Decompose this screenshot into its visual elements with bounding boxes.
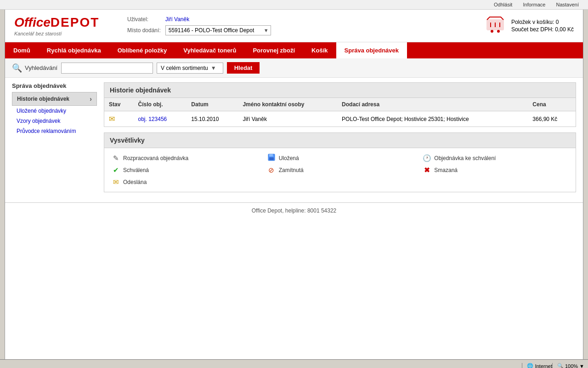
search-bar: 🔍 Vyhledávání V celém sortimentu ▼ Hleda…: [5, 58, 583, 78]
cart-sum-row: Součet bez DPH: 0,00 Kč: [511, 26, 574, 33]
legend-denied-label: Zamítnutá: [279, 167, 304, 173]
orders-section-header: Historie objednávek: [104, 83, 576, 98]
browser-content: OfficeDEPOT Kancelář bez starostí Uživat…: [5, 10, 583, 359]
search-button[interactable]: Hledat: [227, 62, 260, 74]
legend-grid: ✎ Rozpracovaná objednávka: [111, 154, 569, 186]
main-layout: Správa objednávek Historie objednávek › …: [5, 78, 583, 202]
nav-quick-order[interactable]: Rychlá objednávka: [39, 42, 109, 58]
footer-text: Office Depot, helpline: 8001 54322: [252, 207, 337, 214]
delivery-select[interactable]: 5591146 - POLO-Test Office Depot: [165, 25, 271, 35]
legend-item-sent: ✉ Odeslána: [111, 178, 258, 186]
info-link[interactable]: Informace: [523, 2, 545, 7]
cart-items-label: Položek v košíku:: [511, 19, 554, 25]
col-order-num: Číslo obj.: [134, 98, 187, 111]
nav-favorites[interactable]: Oblíbené položky: [109, 42, 175, 58]
browser-statusbar: 🌐 Internet 🔍 100% ▼: [0, 359, 588, 368]
zoom-arrow-icon: ▼: [579, 363, 584, 368]
table-row: ✉ obj. 123456 15.10.2010 Jiří Vaněk POLO…: [104, 111, 576, 127]
header: OfficeDEPOT Kancelář bez starostí Uživat…: [5, 10, 583, 42]
sidebar-title: Správa objednávek: [12, 82, 97, 89]
orders-table: Stav Číslo obj. Datum Jméno kontaktní os…: [104, 98, 576, 126]
user-info: Uživatel: Jiří Vaněk Místo dodání: 55911…: [124, 14, 274, 37]
col-contact: Jméno kontaktní osoby: [238, 98, 337, 111]
legend-deny-icon: ⊘: [267, 166, 276, 174]
sidebar-item-order-templates[interactable]: Vzory objednávek: [12, 116, 97, 126]
top-bar: Odhlásit Informace Nastavení: [0, 0, 588, 10]
logout-link[interactable]: Odhlásit: [494, 2, 512, 7]
legend-edit-icon: ✎: [111, 154, 120, 162]
search-scope[interactable]: V celém sortimentu ▼: [157, 63, 223, 74]
legend-clock-icon: 🕐: [422, 154, 431, 162]
col-price: Cena: [528, 98, 576, 111]
legend-deleted-label: Smazaná: [434, 167, 458, 173]
legend-item-draft: ✎ Rozpracovaná objednávka: [111, 154, 258, 162]
nav-home[interactable]: Domů: [5, 42, 39, 58]
legend-delete-icon: ✖: [422, 166, 431, 174]
zone-label: Internet: [535, 363, 552, 368]
legend-saved-label: Uložená: [279, 155, 299, 161]
footer: Office Depot, helpline: 8001 54322: [5, 202, 583, 218]
row-order-number: obj. 123456: [134, 111, 187, 127]
row-price: 366,90 Kč: [528, 111, 576, 127]
legend-approved-label: Schválená: [123, 167, 149, 173]
user-value: Jiří Vaněk: [164, 15, 273, 23]
search-scope-label: V celém sortimentu: [161, 65, 208, 71]
sidebar-item-order-history[interactable]: Historie objednávek ›: [12, 92, 97, 106]
user-label: Uživatel:: [125, 15, 163, 23]
nav-compare[interactable]: Porovnej zboží: [244, 42, 303, 58]
row-status-icon: ✉: [104, 111, 134, 127]
cart-details: Položek v košíku: 0 Součet bez DPH: 0,00…: [511, 18, 574, 34]
legend-item-deleted: ✖ Smazaná: [422, 166, 569, 174]
legend-content: ✎ Rozpracovaná objednávka: [104, 148, 576, 192]
cart-sum-label: Součet bez DPH:: [511, 26, 554, 33]
nav-order-management[interactable]: Správa objednávek: [336, 42, 407, 58]
legend-approval-label: Objednávka ke schválení: [434, 155, 496, 161]
globe-icon: 🌐: [527, 363, 533, 368]
order-number-link[interactable]: obj. 123456: [138, 116, 167, 122]
logo-office: Office: [14, 15, 51, 29]
legend-item-approval: 🕐 Objednávka ke schválení: [422, 154, 569, 162]
nav-bar: Domů Rychlá objednávka Oblíbené položky …: [5, 42, 583, 58]
sidebar-item-complaints[interactable]: Průvodce reklamováním: [12, 126, 97, 136]
legend-save-icon: [267, 154, 276, 162]
sidebar-item-saved-orders[interactable]: Uložené objednávky: [12, 106, 97, 116]
sidebar: Správa objednávek Historie objednávek › …: [12, 82, 97, 198]
sidebar-arrow-icon: ›: [90, 95, 92, 103]
legend-item-approved: ✔ Schválená: [111, 166, 258, 174]
logo-depot: DEPOT: [51, 15, 99, 29]
cart-icon[interactable]: [486, 16, 504, 36]
content-area: Historie objednávek Stav Číslo obj. Datu…: [104, 82, 576, 198]
legend-section-header: Vysvětlivky: [104, 133, 576, 148]
svg-point-2: [497, 30, 500, 33]
search-scope-arrow: ▼: [211, 65, 216, 71]
legend-draft-label: Rozpracovaná objednávka: [123, 155, 188, 161]
search-input[interactable]: [61, 63, 153, 74]
col-date: Datum: [187, 98, 238, 111]
delivery-label: Místo dodání:: [125, 24, 163, 36]
orders-section: Historie objednávek Stav Číslo obj. Datu…: [104, 82, 576, 127]
svg-rect-8: [269, 157, 274, 160]
cart-items-count: 0: [556, 19, 559, 25]
legend-send-icon: ✉: [111, 178, 120, 186]
legend-section: Vysvětlivky ✎ Rozpracovaná objednávka: [104, 132, 576, 192]
svg-point-1: [491, 30, 493, 33]
zoom-control[interactable]: 🔍 100% ▼: [552, 363, 584, 368]
nav-toner-finder[interactable]: Vyhledávač tonerů: [175, 42, 244, 58]
nav-cart[interactable]: Košík: [303, 42, 336, 58]
cart-area: Položek v košíku: 0 Součet bez DPH: 0,00…: [486, 16, 574, 36]
cart-sum-value: 0,00 Kč: [555, 26, 574, 33]
zoom-icon: 🔍: [557, 363, 564, 368]
row-date: 15.10.2010: [187, 111, 238, 127]
legend-check-icon: ✔: [111, 166, 120, 174]
settings-link[interactable]: Nastavení: [556, 2, 579, 7]
col-address: Dodací adresa: [337, 98, 528, 111]
sidebar-active-label: Historie objednávek: [17, 96, 69, 102]
row-address: POLO-Test Office Depot; Hostivice 25301;…: [337, 111, 528, 127]
logo-subtitle: Kancelář bez starostí: [14, 31, 106, 36]
search-label: Vyhledávání: [25, 64, 57, 71]
delivery-select-wrapper: 5591146 - POLO-Test Office Depot ▼: [165, 25, 271, 35]
internet-zone: 🌐 Internet: [522, 363, 552, 368]
legend-item-denied: ⊘ Zamítnutá: [267, 166, 413, 174]
legend-sent-label: Odeslána: [123, 179, 147, 185]
zoom-value: 100%: [565, 363, 578, 368]
